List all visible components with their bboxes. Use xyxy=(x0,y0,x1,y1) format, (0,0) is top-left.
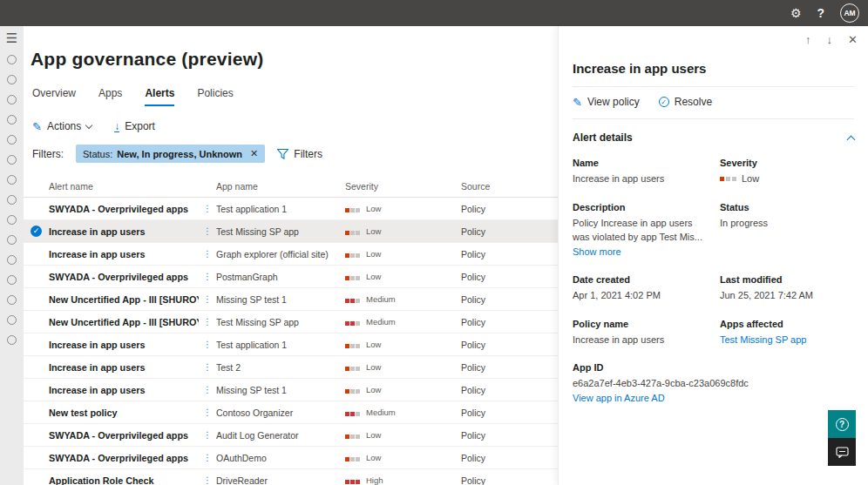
table-row[interactable]: Increase in app users ⋮ Missing SP test … xyxy=(24,379,558,401)
nav-placeholder-icon[interactable] xyxy=(7,55,17,64)
row-more-icon[interactable]: ⋮ xyxy=(199,430,216,440)
nav-placeholder-icon[interactable] xyxy=(7,115,17,125)
alert-name-cell[interactable]: Increase in app users xyxy=(49,226,199,237)
severity-label: Medium xyxy=(366,317,396,327)
table-row[interactable]: SWYADA - Overprivileged apps ⋮ PostmanGr… xyxy=(24,266,558,288)
previous-alert-icon[interactable]: ↑ xyxy=(805,33,811,46)
source-cell: Policy xyxy=(461,430,558,441)
nav-placeholder-icon[interactable] xyxy=(7,295,17,305)
apps-affected-link[interactable]: Test Missing SP app xyxy=(720,333,845,347)
table-row[interactable]: Increase in app users ⋮ Test application… xyxy=(24,333,558,356)
alert-name-cell[interactable]: Increase in app users xyxy=(49,385,199,395)
nav-placeholder-icon[interactable] xyxy=(7,255,17,265)
field-name: Name Increase in app users xyxy=(573,158,720,186)
severity-indicator xyxy=(345,453,361,463)
row-more-icon[interactable]: ⋮ xyxy=(199,317,216,327)
tab-apps[interactable]: Apps xyxy=(98,87,122,106)
next-alert-icon[interactable]: ↓ xyxy=(827,33,833,46)
row-more-icon[interactable]: ⋮ xyxy=(199,226,216,236)
nav-placeholder-icon[interactable] xyxy=(7,195,17,205)
close-panel-icon[interactable]: ✕ xyxy=(848,33,858,46)
export-button[interactable]: ↓ Export xyxy=(114,120,155,132)
feedback-fab-button[interactable] xyxy=(828,438,856,466)
hamburger-menu-icon[interactable]: ☰ xyxy=(6,31,17,44)
nav-placeholder-icon[interactable] xyxy=(7,95,17,104)
settings-gear-icon[interactable]: ⚙ xyxy=(790,7,802,19)
column-header-source[interactable]: Source xyxy=(461,181,558,192)
severity-cell: Medium xyxy=(345,294,461,305)
table-row[interactable]: New test policy ⋮ Contoso Organizer Medi… xyxy=(24,401,558,424)
row-more-icon[interactable]: ⋮ xyxy=(199,204,216,213)
avatar[interactable]: AM xyxy=(840,3,859,23)
row-more-icon[interactable]: ⋮ xyxy=(199,294,216,304)
nav-placeholder-icon[interactable] xyxy=(7,315,17,325)
alert-name-cell[interactable]: New Uncertified App - III [SHUROY] xyxy=(49,294,199,305)
alert-name-cell[interactable]: SWYADA - Overprivileged apps xyxy=(49,272,199,282)
filters-button[interactable]: Filters xyxy=(277,148,322,160)
row-more-icon[interactable]: ⋮ xyxy=(199,453,216,462)
table-row[interactable]: New Uncertified App - III [SHUROY] ⋮ Tes… xyxy=(24,311,558,333)
actions-button[interactable]: ✎ Actions xyxy=(32,120,92,132)
row-more-icon[interactable]: ⋮ xyxy=(199,475,216,485)
table-row[interactable]: Increase in app users ⋮ Graph explorer (… xyxy=(24,243,558,266)
alert-name-cell[interactable]: Application Role Check xyxy=(49,475,199,485)
chevron-up-icon[interactable] xyxy=(847,135,856,144)
nav-placeholder-icon[interactable] xyxy=(7,155,17,165)
row-more-icon[interactable]: ⋮ xyxy=(199,249,216,259)
table-row[interactable]: SWYADA - Overprivileged apps ⋮ Test appl… xyxy=(24,198,558,220)
row-more-icon[interactable]: ⋮ xyxy=(199,340,216,349)
tab-bar: Overview Apps Alerts Policies xyxy=(32,87,558,106)
help-icon[interactable]: ? xyxy=(817,7,824,19)
field-value: Apr 1, 2021 4:02 PM xyxy=(573,288,711,303)
tab-alerts[interactable]: Alerts xyxy=(145,87,174,106)
table-row[interactable]: New Uncertified App - III [SHUROY] ⋮ Mis… xyxy=(24,288,558,311)
status-filter-chip[interactable]: Status: New, In progress, Unknown ✕ xyxy=(76,145,265,163)
page-title: App governance (preview) xyxy=(31,49,558,70)
alert-name-cell[interactable]: Increase in app users xyxy=(49,340,199,350)
row-more-icon[interactable]: ⋮ xyxy=(199,385,216,394)
nav-placeholder-icon[interactable] xyxy=(7,335,17,345)
severity-cell: High xyxy=(345,475,461,485)
view-policy-button[interactable]: ✎ View policy xyxy=(573,96,640,108)
nav-placeholder-icon[interactable] xyxy=(7,215,17,225)
nav-placeholder-icon[interactable] xyxy=(7,235,17,245)
resolve-button[interactable]: ✓ Resolve xyxy=(659,96,712,108)
alert-name-cell[interactable]: New test policy xyxy=(49,408,199,418)
column-header-severity[interactable]: Severity xyxy=(345,181,461,192)
severity-indicator xyxy=(345,204,361,214)
nav-placeholder-icon[interactable] xyxy=(7,175,17,185)
table-row[interactable]: SWYADA - Overprivileged apps ⋮ OAuthDemo… xyxy=(24,447,558,469)
row-more-icon[interactable]: ⋮ xyxy=(199,362,216,372)
help-fab-button[interactable]: ? xyxy=(828,410,856,438)
alert-details-section-header[interactable]: Alert details xyxy=(573,131,854,144)
alert-name-cell[interactable]: Increase in app users xyxy=(49,362,199,373)
alert-details-section-label: Alert details xyxy=(573,131,633,144)
alert-name-cell[interactable]: SWYADA - Overprivileged apps xyxy=(49,453,199,463)
alert-name-cell[interactable]: SWYADA - Overprivileged apps xyxy=(49,430,199,441)
alert-name-cell[interactable]: Increase in app users xyxy=(49,249,199,259)
nav-placeholder-icon[interactable] xyxy=(7,135,17,145)
nav-placeholder-icon[interactable] xyxy=(7,75,17,84)
row-more-icon[interactable]: ⋮ xyxy=(199,272,216,281)
tab-policies[interactable]: Policies xyxy=(197,87,233,106)
selected-check-icon[interactable]: ✓ xyxy=(31,226,42,237)
table-row[interactable]: Application Role Check ⋮ DriveReader Hig… xyxy=(24,469,558,485)
row-select-cell[interactable]: ✓ xyxy=(24,226,49,237)
tab-overview[interactable]: Overview xyxy=(32,87,76,106)
column-header-alert-name[interactable]: Alert name xyxy=(49,181,199,192)
filters-button-label: Filters xyxy=(294,148,322,160)
row-more-icon[interactable]: ⋮ xyxy=(199,408,216,417)
show-more-link[interactable]: Show more xyxy=(573,246,621,257)
remove-filter-icon[interactable]: ✕ xyxy=(250,148,258,159)
alert-name-cell[interactable]: SWYADA - Overprivileged apps xyxy=(49,204,199,214)
table-row[interactable]: SWYADA - Overprivileged apps ⋮ Audit Log… xyxy=(24,424,558,447)
table-row[interactable]: ✓ Increase in app users ⋮ Test Missing S… xyxy=(24,220,558,243)
severity-label: Low xyxy=(366,362,381,372)
nav-placeholder-icon[interactable] xyxy=(7,275,17,285)
table-row[interactable]: Increase in app users ⋮ Test 2 Low Polic… xyxy=(24,356,558,379)
view-in-azure-ad-link[interactable]: View app in Azure AD xyxy=(573,391,711,406)
column-header-app-name[interactable]: App name xyxy=(216,181,345,192)
alert-name-cell[interactable]: New Uncertified App - III [SHUROY] xyxy=(49,317,199,327)
field-label: Name xyxy=(573,158,711,168)
field-label: Policy name xyxy=(573,319,711,329)
